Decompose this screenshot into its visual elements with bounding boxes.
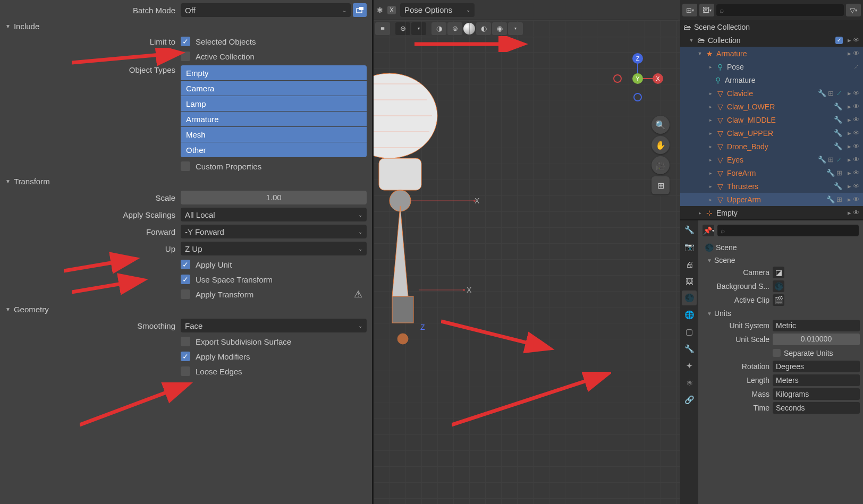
model-armature <box>374 52 453 424</box>
close-icon[interactable]: X <box>387 6 396 14</box>
scene-section-header[interactable]: ▼Scene <box>701 254 860 266</box>
camera-view-button[interactable]: 🎥 <box>652 156 670 174</box>
tree-item[interactable]: Claw_LOWER <box>727 102 832 111</box>
smoothing-dropdown[interactable]: Face⌄ <box>181 319 367 332</box>
tree-item[interactable]: Thrusters <box>727 182 832 191</box>
rotation-dropdown[interactable]: Degrees <box>773 361 860 372</box>
tab-tool[interactable]: 🔧 <box>682 223 697 237</box>
transform-section-header[interactable]: ▼Transform <box>0 174 372 189</box>
units-section-header[interactable]: ▼Units <box>701 307 860 319</box>
tab-output[interactable]: 🖨 <box>682 257 697 271</box>
object-types-label: Object Types <box>0 65 181 74</box>
unit-system-label: Unit System <box>701 321 773 330</box>
empty-item[interactable]: Empty <box>716 209 845 217</box>
apply-transform-label: Apply Transform <box>196 290 253 299</box>
preferences-icon[interactable]: ✱ <box>377 6 383 14</box>
unit-scale-field[interactable]: 0.010000 <box>773 334 860 345</box>
separate-units-checkbox[interactable] <box>773 349 781 357</box>
viewport-header: ✱ X Pose Options⌄ <box>374 0 678 20</box>
cursor-icon[interactable]: ▸ <box>848 36 851 44</box>
right-panel: ✱ X Pose Options⌄ ⊞▾ 🖼▾ ⌕ ▽▾ ≡ ⊕ ▾ ◑ ⊚ <box>374 0 863 504</box>
geometry-section-header[interactable]: ▼Geometry <box>0 302 372 317</box>
viewport-3d[interactable]: ≡ ⊕ ▾ ◑ ⊚ ◐ ◉ ▾ <box>374 20 680 504</box>
pose-options-dropdown[interactable]: Pose Options⌄ <box>400 3 475 17</box>
filter-button[interactable]: ▽▾ <box>846 4 861 16</box>
properties-search[interactable]: ⌕ <box>717 225 859 236</box>
rotation-label: Rotation <box>701 362 773 371</box>
tab-viewlayer[interactable]: 🖼 <box>682 274 697 288</box>
up-dropdown[interactable]: Z Up⌄ <box>181 242 367 255</box>
zoom-button[interactable]: 🔍 <box>652 116 670 134</box>
tree-item[interactable]: UpperArm <box>727 195 824 204</box>
armature-data[interactable]: Armature <box>725 76 860 84</box>
object-type-camera[interactable]: Camera <box>181 81 367 96</box>
apply-modifiers-checkbox[interactable]: ✓ <box>181 352 190 361</box>
tree-item[interactable]: Drone_Body <box>727 142 832 151</box>
outliner-panel: 🗁 Scene Collection ▼ 🗁 Collection ✓ ▸ 👁 … <box>680 20 863 504</box>
length-dropdown[interactable]: Meters <box>773 374 860 386</box>
scale-field[interactable]: 1.00 <box>181 191 367 204</box>
active-collection-checkbox[interactable] <box>181 52 190 61</box>
pose-item[interactable]: Pose <box>727 63 851 71</box>
use-space-transform-checkbox[interactable]: ✓ <box>181 275 190 284</box>
batch-mode-dropdown[interactable]: Off⌄ <box>181 3 351 17</box>
export-subsurf-checkbox[interactable] <box>181 337 190 346</box>
forward-dropdown[interactable]: -Y Forward⌄ <box>181 225 367 238</box>
selected-objects-checkbox[interactable]: ✓ <box>181 37 190 46</box>
perspective-toggle[interactable]: ⊞ <box>652 176 670 194</box>
expand-icon[interactable]: ▼ <box>689 38 694 43</box>
cursor-icon[interactable]: ▸ <box>848 49 851 57</box>
armature-item[interactable]: Armature <box>716 49 845 58</box>
tab-particles[interactable]: ✦ <box>682 358 697 373</box>
custom-properties-checkbox[interactable] <box>181 161 190 171</box>
tree-item[interactable]: Claw_UPPER <box>727 129 832 138</box>
apply-unit-checkbox[interactable]: ✓ <box>181 260 190 269</box>
tree-item[interactable]: ForeArm <box>727 169 824 177</box>
object-type-armature[interactable]: Armature <box>181 112 367 126</box>
expand-icon[interactable]: ▸ <box>708 64 713 70</box>
tree-item[interactable]: Eyes <box>727 156 816 164</box>
display-mode-dropdown[interactable]: ⊞▾ <box>682 4 697 16</box>
mesh-icon: ▽ <box>715 182 725 191</box>
mass-dropdown[interactable]: Kilograms <box>773 388 860 400</box>
apply-transform-checkbox[interactable] <box>181 289 190 299</box>
mesh-icon: ▽ <box>715 142 725 151</box>
unit-system-dropdown[interactable]: Metric <box>773 320 860 331</box>
object-type-mesh[interactable]: Mesh <box>181 127 367 142</box>
loose-edges-label: Loose Edges <box>196 367 242 376</box>
clip-picker[interactable]: 🎬 <box>773 294 784 306</box>
loose-edges-checkbox[interactable] <box>181 366 190 376</box>
pan-button[interactable]: ✋ <box>652 136 670 154</box>
tree-item[interactable]: Clavicle <box>727 89 816 98</box>
navigation-gizmo[interactable]: Z X Y <box>611 52 664 105</box>
object-types-list[interactable]: Empty Camera Lamp Armature Mesh Other <box>181 65 367 157</box>
tab-modifiers[interactable]: 🔧 <box>682 341 697 356</box>
tree-item[interactable]: Claw_MIDDLE <box>727 116 832 124</box>
camera-picker[interactable]: ◪ <box>773 267 784 278</box>
tab-object[interactable]: ▢ <box>682 324 697 339</box>
outliner-view-dropdown[interactable]: 🖼▾ <box>699 4 714 16</box>
separate-units-label: Separate Units <box>784 349 833 357</box>
tab-scene[interactable]: 🌑 <box>682 291 697 305</box>
object-type-lamp[interactable]: Lamp <box>181 96 367 111</box>
time-label: Time <box>701 404 773 412</box>
tab-render[interactable]: 📷 <box>682 240 697 254</box>
outliner-search[interactable]: ⌕ <box>716 4 844 16</box>
eye-icon[interactable]: 👁 <box>853 49 860 57</box>
eye-icon[interactable]: 👁 <box>853 36 860 44</box>
batch-own-dir-button[interactable] <box>353 3 367 17</box>
time-dropdown[interactable]: Seconds <box>773 402 860 414</box>
object-type-empty[interactable]: Empty <box>181 65 367 80</box>
tab-world[interactable]: 🌐 <box>682 307 697 322</box>
expand-icon[interactable]: ▼ <box>697 51 703 56</box>
tab-constraints[interactable]: 🔗 <box>682 392 697 407</box>
object-type-other[interactable]: Other <box>181 142 367 157</box>
include-section-header[interactable]: ▼Include <box>0 19 372 34</box>
collection-item[interactable]: Collection <box>708 36 833 45</box>
background-picker[interactable]: 🌑 <box>773 280 784 292</box>
pin-button[interactable]: 📌▾ <box>703 225 714 236</box>
tab-physics[interactable]: ⚛ <box>682 375 697 390</box>
scene-collection[interactable]: Scene Collection <box>694 23 860 31</box>
expand-icon[interactable]: ▸ <box>697 210 703 216</box>
apply-scalings-dropdown[interactable]: All Local⌄ <box>181 208 367 221</box>
